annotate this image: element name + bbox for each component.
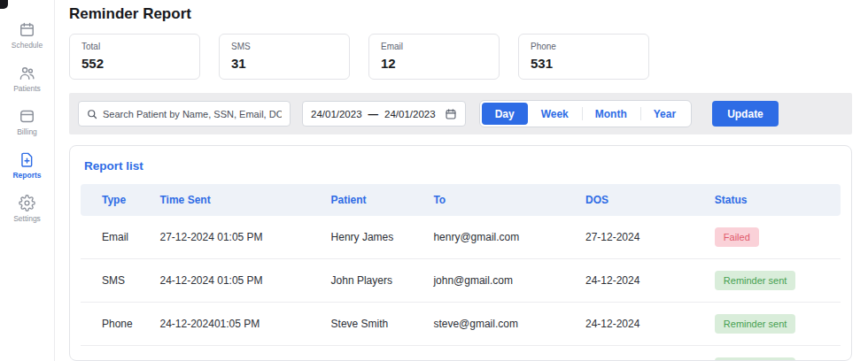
stat-value: 552 bbox=[81, 56, 188, 71]
cell-dos: 23-12-2024 bbox=[578, 346, 708, 361]
range-toggle-group: Day Week Month Year bbox=[479, 100, 693, 127]
sidebar-item-label: Schedule bbox=[12, 41, 43, 50]
cell-status: Reminder sent bbox=[708, 346, 841, 361]
report-list-title: Report list bbox=[70, 146, 851, 184]
cell-to: henry@gmail.com bbox=[426, 216, 578, 259]
stat-card-sms: SMS 31 bbox=[219, 34, 350, 80]
status-badge: Reminder sent bbox=[715, 271, 796, 290]
search-box bbox=[78, 101, 291, 127]
column-header-status: Status bbox=[708, 184, 841, 216]
cell-patient: David Carl bbox=[324, 346, 427, 361]
stat-card-phone: Phone 531 bbox=[518, 34, 649, 80]
table-row: Email23-12-202401:05 PMDavid Carldavid@g… bbox=[81, 346, 841, 361]
sidebar-item-schedule[interactable]: Schedule bbox=[12, 21, 43, 50]
app-window: Schedule Patients Billing Reports Settin bbox=[0, 0, 868, 361]
sidebar-item-patients[interactable]: Patients bbox=[13, 65, 41, 93]
sidebar-item-label: Patients bbox=[13, 84, 41, 93]
stat-value: 12 bbox=[381, 56, 487, 71]
cell-type: Email bbox=[81, 346, 153, 361]
status-badge: Failed bbox=[715, 227, 759, 247]
cell-dos: 27-12-2024 bbox=[578, 216, 708, 259]
sidebar-item-reports[interactable]: Reports bbox=[12, 151, 41, 180]
table-row: Phone24-12-202401:05 PMSteve Smithsteve@… bbox=[81, 303, 841, 346]
cell-time-sent: 23-12-202401:05 PM bbox=[153, 346, 324, 361]
date-to: 24/01/2023 bbox=[384, 109, 436, 119]
range-button-week[interactable]: Week bbox=[528, 103, 582, 125]
cell-patient: Henry James bbox=[324, 216, 427, 259]
sidebar-item-label: Billing bbox=[17, 127, 37, 136]
cell-dos: 24-12-2024 bbox=[578, 259, 708, 303]
sidebar: Schedule Patients Billing Reports Settin bbox=[0, 0, 55, 361]
stat-value: 531 bbox=[531, 56, 637, 71]
search-icon bbox=[87, 109, 97, 119]
column-header-type: Type bbox=[81, 184, 153, 216]
calendar-icon bbox=[19, 21, 35, 38]
filter-bar: 24/01/2023 — 24/01/2023 Day Week Month Y… bbox=[69, 93, 852, 134]
stat-label: Phone bbox=[531, 42, 637, 51]
cell-time-sent: 24-12-202401:05 PM bbox=[153, 303, 324, 346]
window-corner bbox=[0, 0, 8, 9]
range-button-year[interactable]: Year bbox=[640, 103, 689, 125]
report-list-card: Report list Type Time Sent Patient To DO… bbox=[69, 145, 852, 361]
cell-time-sent: 27-12-2024 01:05 PM bbox=[153, 216, 324, 259]
cell-status: Reminder sent bbox=[708, 259, 841, 303]
stat-label: SMS bbox=[231, 42, 337, 51]
table-row: Email27-12-2024 01:05 PMHenry Jameshenry… bbox=[81, 216, 841, 259]
cell-patient: John Players bbox=[324, 259, 427, 303]
calendar-icon bbox=[445, 108, 457, 120]
sidebar-item-billing[interactable]: Billing bbox=[17, 108, 37, 136]
update-button[interactable]: Update bbox=[712, 101, 779, 127]
table-row: SMS24-12-2024 01:05 PMJohn Playersjohn@g… bbox=[81, 259, 841, 303]
date-separator: — bbox=[368, 109, 379, 119]
sidebar-item-label: Settings bbox=[13, 214, 41, 223]
stat-card-total: Total 552 bbox=[69, 34, 200, 80]
billing-card-icon bbox=[19, 108, 35, 125]
stat-card-email: Email 12 bbox=[368, 34, 500, 80]
report-table: Type Time Sent Patient To DOS Status Ema… bbox=[81, 184, 841, 361]
status-badge: Reminder sent bbox=[715, 314, 796, 334]
cell-status: Reminder sent bbox=[708, 303, 841, 346]
table-header-row: Type Time Sent Patient To DOS Status bbox=[81, 184, 841, 216]
people-icon bbox=[19, 65, 35, 81]
cell-to: david@gmail.com bbox=[426, 346, 578, 361]
gear-icon bbox=[19, 195, 35, 211]
cell-dos: 24-12-2024 bbox=[578, 303, 708, 346]
sidebar-item-label: Reports bbox=[12, 171, 41, 180]
cell-to: steve@gmail.com bbox=[426, 303, 578, 346]
stat-label: Total bbox=[81, 42, 188, 51]
cell-time-sent: 24-12-2024 01:05 PM bbox=[153, 259, 324, 303]
cell-type: SMS bbox=[81, 259, 153, 303]
cell-to: john@gmail.com bbox=[426, 259, 578, 303]
stat-value: 31 bbox=[231, 56, 337, 71]
column-header-patient: Patient bbox=[324, 184, 427, 216]
range-button-month[interactable]: Month bbox=[582, 103, 640, 125]
search-input[interactable] bbox=[103, 109, 282, 119]
main-content: Reminder Report Total 552 SMS 31 Email 1… bbox=[55, 0, 868, 361]
column-header-to: To bbox=[426, 184, 578, 216]
status-badge: Reminder sent bbox=[715, 357, 796, 361]
column-header-time-sent: Time Sent bbox=[153, 184, 324, 216]
range-button-day[interactable]: Day bbox=[482, 103, 528, 125]
cell-type: Phone bbox=[81, 303, 153, 346]
stat-label: Email bbox=[381, 42, 487, 51]
cell-type: Email bbox=[81, 216, 153, 259]
column-header-dos: DOS bbox=[578, 184, 708, 216]
cell-status: Failed bbox=[708, 216, 841, 259]
page-title: Reminder Report bbox=[69, 5, 852, 23]
cell-patient: Steve Smith bbox=[324, 303, 427, 346]
date-range-picker[interactable]: 24/01/2023 — 24/01/2023 bbox=[302, 101, 466, 127]
date-from: 24/01/2023 bbox=[311, 109, 362, 119]
stats-row: Total 552 SMS 31 Email 12 Phone 531 bbox=[69, 34, 852, 80]
sidebar-item-settings[interactable]: Settings bbox=[13, 195, 41, 223]
report-file-icon bbox=[19, 151, 35, 168]
